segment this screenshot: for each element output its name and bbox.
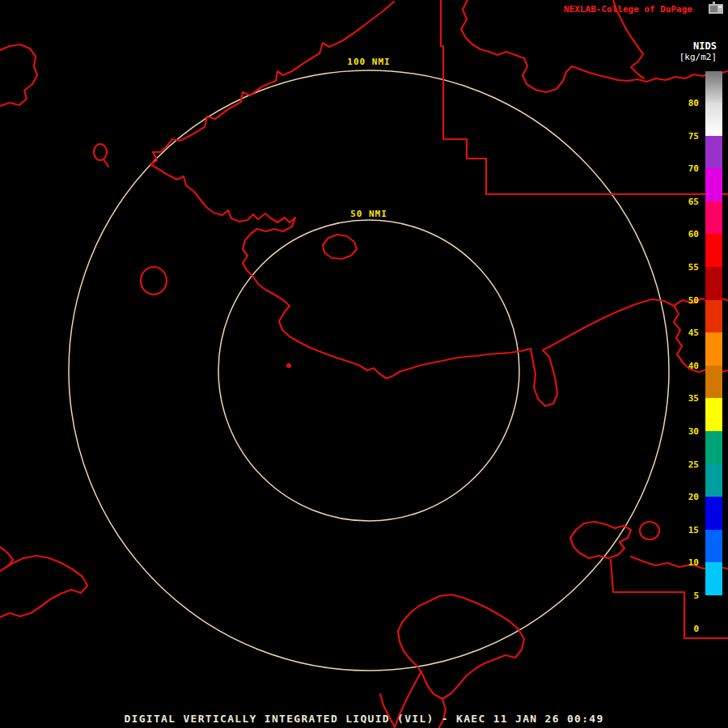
- map-outline-small-lake: [323, 235, 357, 259]
- map-outline-se-small-island: [640, 522, 659, 540]
- colorbar-segment-20-25: [705, 464, 722, 497]
- map-outline-top-boundary-line: [441, 0, 727, 194]
- colorbar-tick-50: 50: [688, 294, 699, 305]
- map-outline-sw-edge-piece: [0, 547, 13, 566]
- colorbar-segment-75-80: [705, 103, 722, 136]
- colorbar-segment-40-45: [705, 332, 722, 366]
- map-outline-ne-coastline: [543, 298, 727, 350]
- map-outline-nw-coastline: [150, 2, 531, 379]
- colorbar-segment-25-30: [705, 431, 722, 464]
- colorbar-title: NIDS: [693, 40, 717, 52]
- colorbar-tick-55: 55: [688, 262, 699, 273]
- radar-display: 100 NMI 50 NMI NEXLAB-College of DuPage …: [0, 0, 728, 728]
- colorbar-segment-60-65: [705, 201, 722, 235]
- colorbar-tick-10: 10: [688, 557, 699, 568]
- colorbar-tick-35: 35: [688, 393, 699, 404]
- brand-text: NEXLAB-College of DuPage: [564, 4, 692, 15]
- colorbar-segment-70-75: [705, 136, 722, 169]
- map-outline-south-lake: [398, 595, 524, 699]
- colorbar-tick-60: 60: [688, 229, 699, 239]
- colorbar-segment-35-40: [705, 366, 722, 399]
- map-outline-west-island: [141, 267, 167, 294]
- map-outline-small-a-island: [94, 144, 107, 160]
- colorbar: [705, 71, 722, 629]
- colorbar-tick-5: 5: [693, 590, 699, 601]
- colorbar-tick-75: 75: [688, 130, 699, 141]
- colorbar-tick-80: 80: [688, 98, 699, 108]
- colorbar-tick-45: 45: [688, 328, 699, 338]
- range-ring-label-50nmi: 50 NMI: [347, 209, 391, 219]
- colorbar-tick-30: 30: [688, 426, 699, 437]
- colorbar-tick-0: 0: [693, 623, 699, 633]
- colorbar-segment-55-60: [705, 234, 722, 267]
- colorbar-tick-20: 20: [688, 492, 699, 502]
- map-outline-sw-island: [0, 556, 87, 617]
- colorbar-segment-45-50: [705, 300, 722, 333]
- colorbar-tick-40: 40: [688, 360, 699, 370]
- colorbar-segment-0-5: [705, 595, 722, 629]
- range-ring-label-100nmi: 100 NMI: [344, 57, 393, 67]
- colorbar-units: [kg/m2]: [679, 52, 717, 62]
- radar-map: [0, 0, 728, 728]
- colorbar-segment-50-55: [705, 267, 722, 300]
- colorbar-segment-15-20: [705, 497, 722, 530]
- map-center-islet: [286, 363, 291, 368]
- colorbar-segment-65-70: [705, 168, 722, 201]
- colorbar-tick-15: 15: [688, 524, 699, 535]
- colorbar-segment-10-15: [705, 530, 722, 563]
- map-outline-inlet-peninsula: [531, 349, 557, 406]
- colorbar-tick-70: 70: [688, 163, 699, 174]
- product-caption: DIGITAL VERTICALLY INTEGRATED LIQUID (VI…: [0, 713, 728, 725]
- colorbar-segment-80plus: [705, 71, 722, 103]
- map-outline-nw-island-blob: [0, 44, 37, 106]
- colorbar-segment-5-10: [705, 562, 722, 595]
- colorbar-tick-65: 65: [688, 196, 699, 206]
- colorbar-segment-30-35: [705, 398, 722, 431]
- map-outline-se-island: [570, 522, 631, 558]
- colorbar-tick-25: 25: [688, 459, 699, 469]
- map-outline-small-a-tail: [104, 159, 108, 167]
- cod-logo-icon: [708, 2, 724, 19]
